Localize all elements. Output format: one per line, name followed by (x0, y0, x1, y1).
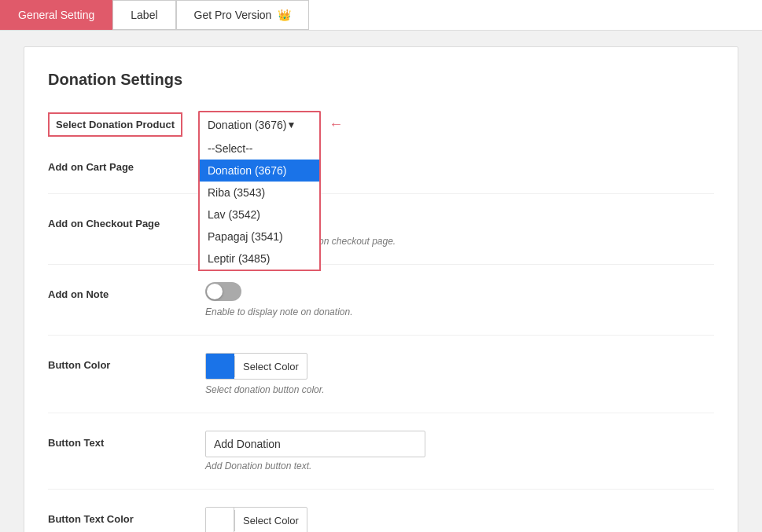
dropdown-option-select[interactable]: --Select-- (200, 138, 319, 160)
button-color-row: Button Color Select Color Select donatio… (48, 353, 714, 413)
select-donation-product-row: Select Donation Product Donation (3676) … (48, 111, 714, 138)
dropdown-option-papagaj[interactable]: Papagaj (3541) (200, 226, 319, 248)
dropdown-selected-value: Donation (3676) (208, 119, 286, 131)
button-color-control: Select Color Select donation button colo… (205, 353, 714, 395)
tab-general-setting[interactable]: General Setting (0, 0, 112, 30)
button-color-label: Button Color (48, 353, 205, 371)
note-helper-text: Enable to display note on donation. (205, 306, 714, 317)
page-content: Donation Settings Select Donation Produc… (0, 31, 762, 532)
tab-bar: General Setting Label Get Pro Version 👑 (0, 0, 762, 31)
tab-get-pro[interactable]: Get Pro Version 👑 (176, 0, 310, 30)
button-color-swatch (206, 354, 234, 379)
settings-box: Donation Settings Select Donation Produc… (24, 46, 738, 532)
dropdown-option-leptir[interactable]: Leptir (3485) (200, 248, 319, 270)
button-color-helper: Select donation button color. (205, 384, 714, 395)
button-color-btn-label: Select Color (234, 356, 307, 377)
button-text-color-btn-label: Select Color (234, 510, 307, 531)
toggle-thumb (207, 284, 223, 299)
donation-product-dropdown-trigger[interactable]: Donation (3676) ▼ (198, 111, 321, 138)
dropdown-option-donation[interactable]: Donation (3676) (200, 160, 319, 182)
add-on-checkout-page-label: Add on Checkout Page (48, 211, 205, 229)
crown-icon: 👑 (278, 9, 291, 21)
add-on-cart-page-row: Add on Cart Page (48, 155, 714, 194)
dropdown-option-lav[interactable]: Lav (3542) (200, 204, 319, 226)
add-on-note-row: Add on Note Enable to display note on do… (48, 282, 714, 336)
button-text-color-picker-btn[interactable]: Select Color (205, 507, 307, 532)
add-on-note-label: Add on Note (48, 282, 205, 300)
button-text-color-swatch (206, 508, 234, 532)
select-donation-product-label: Select Donation Product (48, 112, 182, 137)
button-text-color-label: Button Text Color (48, 507, 205, 525)
button-text-control: Add Donation button text. (205, 431, 714, 471)
donation-product-dropdown-container: Donation (3676) ▼ --Select-- Donation (3… (198, 111, 321, 138)
button-text-label: Button Text (48, 431, 205, 449)
button-text-row: Button Text Add Donation button text. (48, 431, 714, 490)
add-on-checkout-page-row: Add on Checkout Page Enable to display d… (48, 211, 714, 265)
donation-product-dropdown-list: --Select-- Donation (3676) Riba (3543) L… (198, 138, 321, 271)
chevron-down-icon: ▼ (286, 119, 296, 130)
button-color-picker-btn[interactable]: Select Color (205, 353, 307, 380)
button-text-helper: Add Donation button text. (205, 460, 714, 471)
add-on-note-control: Enable to display note on donation. (205, 282, 714, 317)
add-on-cart-page-label: Add on Cart Page (48, 155, 205, 173)
button-text-input[interactable] (205, 431, 425, 457)
button-text-color-control: Select Color Select donation button text… (205, 507, 714, 532)
arrow-indicator-icon: ← (329, 116, 343, 133)
page-title: Donation Settings (48, 71, 714, 89)
add-on-note-toggle[interactable] (205, 282, 241, 301)
tab-label[interactable]: Label (112, 0, 175, 30)
button-text-color-row: Button Text Color Select Color Select do… (48, 507, 714, 532)
dropdown-option-riba[interactable]: Riba (3543) (200, 182, 319, 204)
toggle-track (205, 282, 241, 301)
